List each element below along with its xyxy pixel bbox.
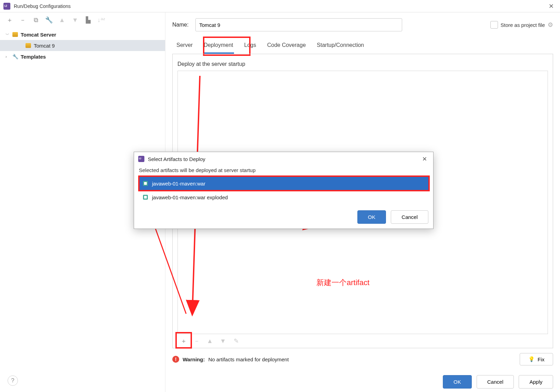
artifact-icon bbox=[142, 180, 149, 187]
store-checkbox[interactable] bbox=[490, 21, 498, 29]
tab-startup-connection[interactable]: Startup/Connection bbox=[316, 40, 365, 54]
name-input[interactable] bbox=[195, 18, 402, 31]
titlebar: Run/Debug Configurations ✕ bbox=[0, 0, 560, 12]
down-icon: ▼ bbox=[72, 17, 79, 23]
artifact-label: javaweb-01-maven:war exploded bbox=[152, 194, 228, 200]
chevron-down-icon[interactable]: ﹀ bbox=[6, 32, 12, 37]
help-icon[interactable]: ? bbox=[8, 375, 18, 386]
gear-icon[interactable]: ⚙ bbox=[548, 21, 553, 29]
dialog-title: Select Artifacts to Deploy bbox=[148, 156, 420, 162]
tree-node-tomcat9[interactable]: Tomcat 9 bbox=[0, 40, 165, 51]
wrench-icon[interactable]: 🔧 bbox=[45, 17, 52, 23]
tomcat-icon bbox=[25, 43, 32, 48]
artifact-list: javaweb-01-maven:war javaweb-01-maven:wa… bbox=[139, 177, 428, 204]
remove-icon[interactable]: － bbox=[19, 17, 26, 23]
fix-label: Fix bbox=[538, 356, 544, 362]
tree-label: Tomcat Server bbox=[21, 32, 56, 38]
folder-icon[interactable]: ▙ bbox=[85, 17, 92, 23]
tree-node-templates[interactable]: › 🔧 Templates bbox=[0, 51, 165, 62]
up-icon: ▲ bbox=[59, 17, 65, 23]
tree-node-tomcat-server[interactable]: ﹀ Tomcat Server bbox=[0, 29, 165, 40]
app-icon bbox=[3, 3, 10, 10]
add-icon[interactable]: ＋ bbox=[6, 17, 13, 23]
fix-button[interactable]: 💡 Fix bbox=[520, 353, 553, 365]
tab-deployment[interactable]: Deployment bbox=[203, 40, 234, 54]
cancel-button[interactable]: Cancel bbox=[477, 375, 514, 389]
close-icon[interactable]: ✕ bbox=[546, 2, 557, 10]
store-label: Store as project file bbox=[501, 22, 545, 28]
remove-artifact-icon: － bbox=[193, 337, 201, 345]
tomcat-icon bbox=[12, 32, 19, 37]
dialog-ok-button[interactable]: OK bbox=[357, 210, 386, 224]
footer: OK Cancel Apply bbox=[172, 370, 553, 389]
add-artifact-icon[interactable]: ＋ bbox=[180, 337, 188, 345]
artifact-label: javaweb-01-maven:war bbox=[152, 181, 205, 187]
svg-rect-3 bbox=[144, 196, 147, 199]
tree-label: Tomcat 9 bbox=[34, 43, 55, 49]
artifact-row-war-exploded[interactable]: javaweb-01-maven:war exploded bbox=[139, 190, 428, 204]
section-title: Deploy at the server startup bbox=[177, 61, 548, 67]
name-label: Name: bbox=[172, 22, 189, 28]
tab-server[interactable]: Server bbox=[176, 40, 193, 54]
chevron-right-icon[interactable]: › bbox=[6, 54, 12, 59]
app-icon bbox=[138, 156, 144, 162]
up-artifact-icon: ▲ bbox=[206, 337, 214, 345]
svg-rect-1 bbox=[144, 182, 147, 185]
warning-label: Warning: bbox=[183, 356, 205, 362]
warning-icon: ! bbox=[172, 356, 179, 363]
close-icon[interactable]: ✕ bbox=[420, 155, 429, 163]
sort-icon[interactable]: ↓ᵃᶻ bbox=[98, 17, 105, 23]
artifact-row-war[interactable]: javaweb-01-maven:war bbox=[139, 177, 428, 190]
artifact-icon bbox=[142, 194, 149, 200]
artifact-toolbar: ＋ － ▲ ▼ ✎ bbox=[177, 334, 548, 348]
warning-row: ! Warning: No artifacts marked for deplo… bbox=[172, 348, 553, 370]
down-artifact-icon: ▼ bbox=[219, 337, 227, 345]
select-artifacts-dialog: Select Artifacts to Deploy ✕ Selected ar… bbox=[134, 152, 434, 229]
tab-logs[interactable]: Logs bbox=[244, 40, 257, 54]
annotation-text: 新建一个artifact bbox=[316, 278, 369, 288]
left-toolbar: ＋ － ⧉ 🔧 ▲ ▼ ▙ ↓ᵃᶻ bbox=[0, 12, 165, 28]
warning-text: No artifacts marked for deployment bbox=[208, 356, 288, 362]
bulb-icon: 💡 bbox=[528, 356, 535, 362]
copy-icon[interactable]: ⧉ bbox=[32, 17, 39, 23]
ok-button[interactable]: OK bbox=[443, 375, 472, 389]
tree-label: Templates bbox=[21, 54, 46, 60]
dialog-cancel-button[interactable]: Cancel bbox=[391, 210, 428, 224]
tabs: Server Deployment Logs Code Coverage Sta… bbox=[172, 33, 553, 54]
dialog-description: Selected artifacts will be deployed at s… bbox=[139, 167, 428, 173]
tab-code-coverage[interactable]: Code Coverage bbox=[266, 40, 306, 54]
wrench-icon: 🔧 bbox=[12, 54, 19, 59]
edit-artifact-icon: ✎ bbox=[232, 337, 240, 345]
apply-button[interactable]: Apply bbox=[519, 375, 553, 389]
window-title: Run/Debug Configurations bbox=[14, 3, 546, 9]
